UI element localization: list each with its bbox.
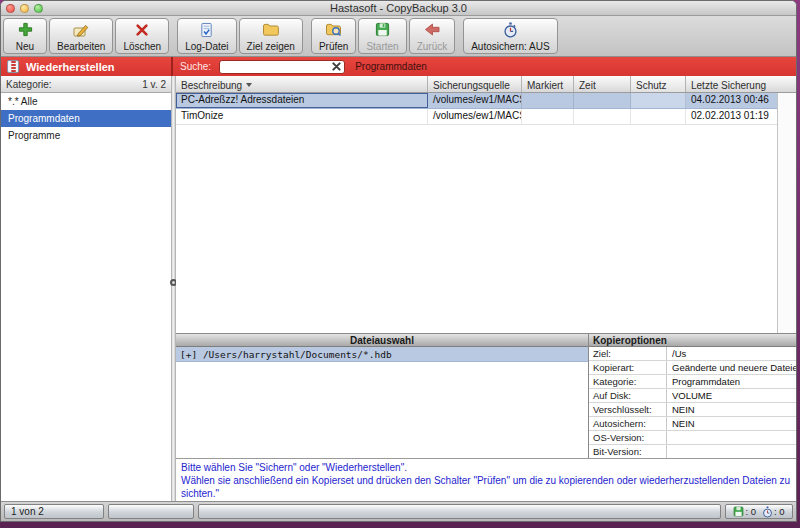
cell-zeit bbox=[574, 109, 631, 124]
autosichern-button[interactable]: Autosichern: AUS bbox=[463, 18, 557, 54]
sort-descending-icon bbox=[246, 83, 252, 87]
mode-bar: Wiederherstellen Suche: Programmdaten bbox=[1, 57, 796, 76]
option-row: Kategorie: Programmdaten bbox=[589, 375, 796, 389]
toolbar-button-label: Neu bbox=[16, 41, 34, 52]
table-row[interactable]: TimOnize /volumes/ew1/MACSave 02.02.2013… bbox=[176, 109, 796, 125]
status-segment-3 bbox=[198, 504, 721, 519]
save-icon bbox=[733, 506, 744, 517]
column-header-sicherungsquelle[interactable]: Sicherungsquelle bbox=[428, 76, 522, 92]
zurueck-button[interactable]: Zurück bbox=[409, 18, 456, 54]
sidebar-item-alle[interactable]: *.* Alle bbox=[1, 93, 171, 110]
sidebar-item-label: Programme bbox=[8, 130, 60, 141]
option-label: Verschlüsselt: bbox=[589, 403, 667, 416]
toolbar-group-edit: Neu Bearbeiten Löschen bbox=[3, 18, 171, 54]
column-header-letzte-sicherung[interactable]: Letzte Sicherung bbox=[686, 76, 796, 92]
option-value: Geänderte und neuere Dateien. bbox=[667, 361, 796, 374]
desktop: Hastasoft - CopyBackup 3.0 Neu Bearbeite… bbox=[0, 0, 800, 528]
cell-schutz bbox=[631, 109, 686, 124]
cell-schutz bbox=[631, 93, 686, 108]
option-row: Bit-Version: bbox=[589, 445, 796, 459]
column-header-zeit[interactable]: Zeit bbox=[574, 76, 631, 92]
starten-button[interactable]: Starten bbox=[358, 18, 406, 54]
content-area: Beschreibung Sicherungsquelle Markiert Z… bbox=[176, 76, 796, 501]
neu-button[interactable]: Neu bbox=[3, 18, 47, 54]
toolbar-button-label: Zurück bbox=[417, 41, 448, 52]
file-selection-panel: Dateiauswahl [+] /Users/harrystahl/Docum… bbox=[176, 334, 589, 458]
log-file-icon bbox=[199, 21, 214, 38]
option-value: NEIN bbox=[667, 417, 796, 430]
sidebar-item-label: Programmdaten bbox=[8, 113, 80, 124]
stopwatch-icon bbox=[762, 506, 773, 518]
close-icon bbox=[332, 62, 341, 71]
cell-sicherungsquelle: /volumes/ew1/MACSave bbox=[428, 93, 522, 108]
option-label: Kopierart: bbox=[589, 361, 667, 374]
bearbeiten-button[interactable]: Bearbeiten bbox=[49, 18, 113, 54]
pruefen-button[interactable]: Prüfen bbox=[311, 18, 356, 54]
column-header-markiert[interactable]: Markiert bbox=[522, 76, 574, 92]
status-segment-2 bbox=[108, 504, 194, 519]
option-row: OS-Version: bbox=[589, 431, 796, 445]
option-row: Autosichern: NEIN bbox=[589, 417, 796, 431]
option-label: Auf Disk: bbox=[589, 389, 667, 402]
main-area: Kategorie: 1 v. 2 *.* Alle Programmdaten… bbox=[1, 76, 796, 501]
back-arrow-icon bbox=[424, 21, 440, 38]
cell-sicherungsquelle: /volumes/ew1/MACSave bbox=[428, 109, 522, 124]
instruction-text: Bitte wählen Sie "Sichern" oder "Wiederh… bbox=[176, 458, 796, 502]
bottom-panels: Dateiauswahl [+] /Users/harrystahl/Docum… bbox=[176, 333, 796, 458]
ziel-zeigen-button[interactable]: Ziel zeigen bbox=[239, 18, 303, 54]
sidebar-item-programmdaten[interactable]: Programmdaten bbox=[1, 110, 171, 127]
edit-icon bbox=[73, 21, 89, 38]
option-row: Kopierart: Geänderte und neuere Dateien. bbox=[589, 361, 796, 375]
options-panel-title: Kopieroptionen bbox=[589, 334, 796, 347]
option-value bbox=[667, 431, 796, 444]
toolbar-button-label: Bearbeiten bbox=[57, 41, 105, 52]
toolbar-button-label: Ziel zeigen bbox=[247, 41, 295, 52]
option-label: Bit-Version: bbox=[589, 445, 667, 459]
toolbar-button-label: Log-Datei bbox=[185, 41, 228, 52]
mode-indicator: Wiederherstellen bbox=[1, 57, 173, 76]
status-selection: 1 von 2 bbox=[4, 504, 104, 519]
sidebar-item-label: *.* Alle bbox=[8, 96, 37, 107]
option-value: /Us bbox=[667, 347, 796, 360]
table-row[interactable]: PC-Adreßzz! Adressdateien /volumes/ew1/M… bbox=[176, 93, 796, 109]
vertical-scrollbar[interactable] bbox=[777, 93, 796, 333]
search-area: Suche: Programmdaten bbox=[173, 60, 427, 74]
option-value: NEIN bbox=[667, 403, 796, 416]
instruction-line-2: Wählen sie anschließend ein Kopierset un… bbox=[181, 474, 791, 500]
cell-beschreibung: TimOnize bbox=[176, 109, 428, 124]
toolbar-group-view: Log-Datei Ziel zeigen bbox=[177, 18, 305, 54]
option-label: Ziel: bbox=[589, 347, 667, 360]
option-value: VOLUME bbox=[667, 389, 796, 402]
option-row: Ziel: /Us bbox=[589, 347, 796, 361]
sidebar-header: Kategorie: 1 v. 2 bbox=[1, 76, 171, 93]
column-header-schutz[interactable]: Schutz bbox=[631, 76, 686, 92]
toolbar-button-label: Löschen bbox=[123, 41, 161, 52]
option-row: Verschlüsselt: NEIN bbox=[589, 403, 796, 417]
option-value: Programmdaten bbox=[667, 375, 796, 388]
log-datei-button[interactable]: Log-Datei bbox=[177, 18, 236, 54]
column-header-beschreibung[interactable]: Beschreibung bbox=[176, 76, 428, 92]
saved-counter: : 0 bbox=[733, 506, 756, 517]
search-input[interactable] bbox=[223, 61, 323, 73]
status-counters: : 0 : 0 bbox=[725, 504, 793, 519]
status-bar: 1 von 2 : 0 : 0 bbox=[1, 501, 796, 521]
folder-open-icon bbox=[262, 21, 279, 38]
file-entry-row[interactable]: [+] /Users/harrystahl/Documents/*.hdb bbox=[176, 347, 588, 362]
toolbar-button-label: Starten bbox=[366, 41, 398, 52]
sidebar-item-programme[interactable]: Programme bbox=[1, 127, 171, 144]
cell-beschreibung: PC-Adreßzz! Adressdateien bbox=[176, 93, 428, 108]
mode-label: Wiederherstellen bbox=[26, 61, 115, 73]
delete-icon bbox=[135, 21, 149, 38]
toolbar-button-label: Prüfen bbox=[319, 41, 348, 52]
search-label: Suche: bbox=[180, 61, 211, 72]
instruction-line-1: Bitte wählen Sie "Sichern" oder "Wiederh… bbox=[181, 461, 791, 474]
cell-zeit bbox=[574, 93, 631, 108]
option-row: Auf Disk: VOLUME bbox=[589, 389, 796, 403]
option-label: Kategorie: bbox=[589, 375, 667, 388]
toolbar-group-auto: Autosichern: AUS bbox=[463, 18, 559, 54]
toolbar-group-run: Prüfen Starten Zurück bbox=[311, 18, 457, 54]
cell-markiert bbox=[522, 93, 574, 108]
clear-search-button[interactable] bbox=[329, 61, 343, 73]
save-icon bbox=[375, 21, 390, 38]
loeschen-button[interactable]: Löschen bbox=[115, 18, 169, 54]
